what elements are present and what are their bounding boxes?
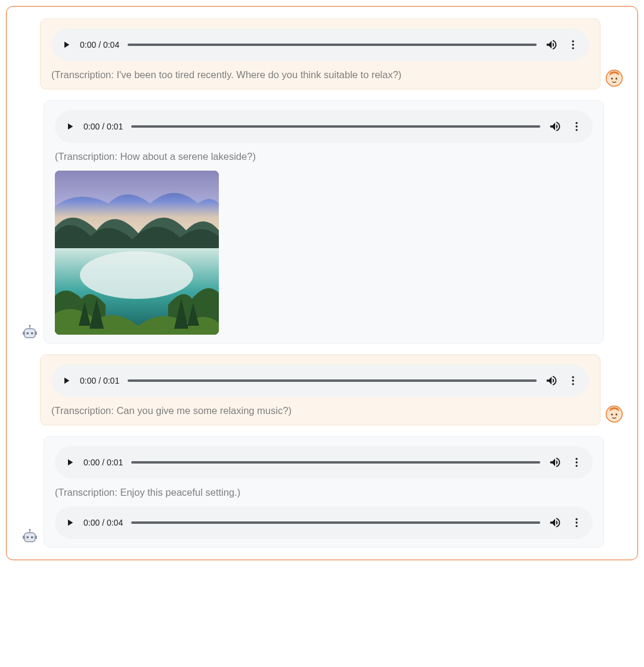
svg-rect-35 xyxy=(35,536,37,539)
chat-container: 0:00 / 0:04 (Transcription: I've been to… xyxy=(6,6,638,560)
svg-point-4 xyxy=(611,78,613,79)
svg-point-40 xyxy=(575,521,577,523)
svg-point-14 xyxy=(575,125,577,127)
svg-rect-29 xyxy=(24,533,35,542)
audio-track[interactable] xyxy=(131,521,540,524)
more-icon[interactable] xyxy=(570,516,583,529)
more-icon[interactable] xyxy=(566,38,580,51)
audio-track[interactable] xyxy=(128,44,537,46)
bot-avatar-icon xyxy=(21,527,39,545)
play-icon[interactable] xyxy=(61,39,72,50)
more-icon[interactable] xyxy=(566,374,580,387)
message-bubble-user: 0:00 / 0:04 (Transcription: I've been to… xyxy=(40,18,600,89)
bot-avatar-icon xyxy=(21,323,39,341)
svg-point-2 xyxy=(572,47,574,49)
more-icon[interactable] xyxy=(570,120,583,133)
audio-track[interactable] xyxy=(128,379,537,382)
svg-point-23 xyxy=(572,376,574,378)
play-icon[interactable] xyxy=(64,121,75,132)
message-row-bot: 0:00 / 0:01 (Transcription: How about a … xyxy=(21,100,623,344)
svg-rect-6 xyxy=(24,329,35,338)
audio-time: 0:00 / 0:01 xyxy=(83,122,123,131)
svg-point-33 xyxy=(29,529,31,530)
svg-point-0 xyxy=(572,41,574,42)
message-bubble-bot: 0:00 / 0:01 (Transcription: How about a … xyxy=(44,100,604,344)
audio-time: 0:00 / 0:04 xyxy=(83,518,123,527)
audio-player[interactable]: 0:00 / 0:01 xyxy=(51,365,589,397)
svg-point-41 xyxy=(575,525,577,527)
svg-point-25 xyxy=(572,383,574,385)
message-bubble-bot: 0:00 / 0:01 (Transcription: Enjoy this p… xyxy=(44,436,604,548)
audio-player[interactable]: 0:00 / 0:01 xyxy=(55,110,593,143)
audio-player[interactable]: 0:00 / 0:04 xyxy=(55,507,593,539)
transcription-text: (Transcription: Enjoy this peaceful sett… xyxy=(55,487,593,498)
play-icon[interactable] xyxy=(64,457,75,468)
audio-time: 0:00 / 0:01 xyxy=(83,458,123,467)
volume-icon[interactable] xyxy=(549,516,562,529)
svg-point-10 xyxy=(29,325,31,326)
svg-point-38 xyxy=(575,465,577,467)
svg-point-24 xyxy=(572,379,574,381)
message-row-user: 0:00 / 0:04 (Transcription: I've been to… xyxy=(21,18,623,89)
svg-point-27 xyxy=(611,413,613,415)
transcription-text: (Transcription: I've been too tired rece… xyxy=(51,69,589,81)
message-bubble-user: 0:00 / 0:01 (Transcription: Can you give… xyxy=(40,354,600,425)
play-icon[interactable] xyxy=(64,517,75,528)
svg-point-36 xyxy=(575,458,577,460)
svg-point-13 xyxy=(575,122,577,124)
audio-player[interactable]: 0:00 / 0:01 xyxy=(55,446,593,478)
message-row-bot: 0:00 / 0:01 (Transcription: Enjoy this p… xyxy=(21,436,623,548)
volume-icon[interactable] xyxy=(549,456,562,469)
user-avatar-icon xyxy=(605,405,623,423)
volume-icon[interactable] xyxy=(549,120,562,133)
user-avatar-icon xyxy=(605,69,623,87)
svg-point-15 xyxy=(575,129,577,131)
audio-track[interactable] xyxy=(131,461,540,464)
generated-image[interactable] xyxy=(55,171,219,335)
svg-rect-12 xyxy=(35,332,37,335)
svg-rect-34 xyxy=(23,536,24,539)
transcription-text: (Transcription: How about a serene lakes… xyxy=(55,151,593,162)
audio-time: 0:00 / 0:04 xyxy=(80,40,119,50)
svg-point-39 xyxy=(575,518,577,520)
svg-point-1 xyxy=(572,44,574,45)
volume-icon[interactable] xyxy=(545,374,558,387)
svg-point-28 xyxy=(615,413,617,415)
audio-player[interactable]: 0:00 / 0:04 xyxy=(51,29,589,61)
more-icon[interactable] xyxy=(570,456,583,469)
transcription-text: (Transcription: Can you give me some rel… xyxy=(51,405,589,416)
volume-icon[interactable] xyxy=(545,38,558,51)
play-icon[interactable] xyxy=(61,375,72,386)
message-row-user: 0:00 / 0:01 (Transcription: Can you give… xyxy=(21,354,623,425)
svg-point-8 xyxy=(31,332,33,335)
svg-point-31 xyxy=(31,536,33,539)
svg-point-7 xyxy=(26,332,29,335)
svg-point-37 xyxy=(575,461,577,463)
audio-time: 0:00 / 0:01 xyxy=(80,376,119,385)
audio-track[interactable] xyxy=(131,125,540,128)
svg-point-5 xyxy=(615,78,617,79)
svg-rect-11 xyxy=(23,332,24,335)
svg-point-18 xyxy=(80,251,193,299)
svg-point-30 xyxy=(26,536,29,539)
